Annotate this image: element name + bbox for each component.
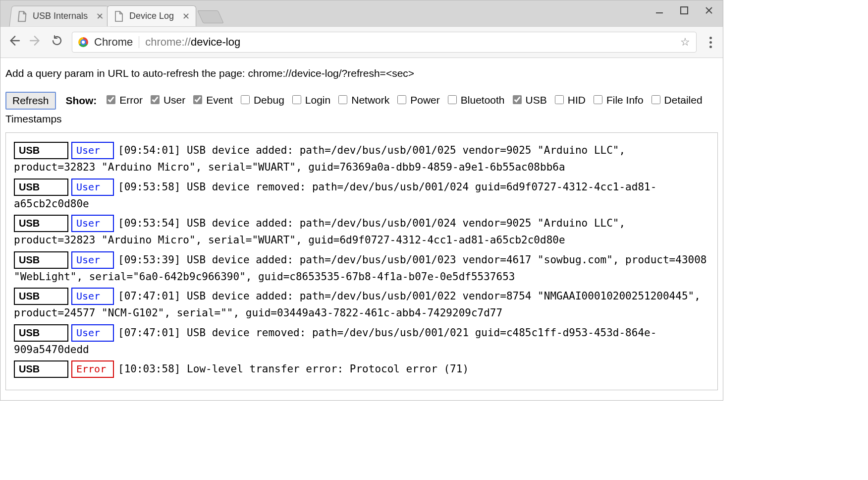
tab-strip: USB Internals✕Device Log✕ [0,0,723,26]
filter-network[interactable]: Network [336,92,389,109]
forward-button[interactable] [29,34,42,51]
log-message: [09:53:39] USB device added: path=/dev/b… [14,254,706,283]
filter-power[interactable]: Power [395,92,440,109]
log-entry: USBUser[07:47:01] USB device removed: pa… [14,324,709,358]
filter-checkbox[interactable] [338,95,347,104]
filter-label: USB [526,92,547,109]
log-type-tag: USB [14,360,68,378]
log-container: USBUser[09:54:01] USB device added: path… [5,132,718,390]
back-button[interactable] [7,34,20,51]
log-timestamp: [09:53:54] [118,217,180,229]
log-entry: USBUser[09:54:01] USB device added: path… [14,142,709,176]
show-label: Show: [65,95,97,106]
log-level-tag: User [71,215,114,232]
filter-checkbox[interactable] [292,95,301,104]
browser-window: USB Internals✕Device Log✕ [0,0,723,401]
filter-hid[interactable]: HID [553,92,586,109]
refresh-button[interactable]: Refresh [5,92,56,110]
log-timestamp: [09:53:58] [118,181,180,193]
log-level-tag: User [71,251,114,269]
log-entry: USBUser[09:53:54] USB device added: path… [14,215,709,248]
log-level-tag: User [71,142,114,159]
omnibox-scheme-label: Chrome [94,36,133,49]
window-close-button[interactable] [699,2,719,18]
filter-label: File Info [606,92,644,109]
log-timestamp: [07:47:01] [118,327,180,339]
filter-checkbox[interactable] [151,95,160,104]
filter-checkbox[interactable] [555,95,564,104]
tab-close-button[interactable]: ✕ [182,11,190,22]
page-icon [114,11,123,22]
filter-label: Debug [254,92,284,109]
filter-checkbox[interactable] [448,95,457,104]
svg-rect-1 [681,7,688,14]
window-controls [650,2,719,18]
filter-label: Network [351,92,389,109]
log-timestamp: [09:54:01] [118,144,180,156]
omnibox-url-path: device-log [191,36,240,48]
filter-checkbox[interactable] [651,95,660,104]
filter-detailed[interactable]: Detailed [650,92,703,109]
window-maximize-button[interactable] [674,2,694,18]
filter-file-info[interactable]: File Info [592,92,644,109]
log-text-body: USB device added: path=/dev/bus/usb/001/… [14,290,701,319]
timestamps-label: Timestamps [5,111,718,127]
filter-checkbox[interactable] [241,95,250,104]
tab-title: USB Internals [32,11,88,21]
log-message: [07:47:01] USB device added: path=/dev/b… [14,290,701,319]
omnibox-url: chrome://device-log [145,36,240,49]
filter-user[interactable]: User [149,92,185,109]
log-text-body: Low-level transfer error: Protocol error… [187,363,469,375]
log-type-tag: USB [14,251,68,269]
omnibox-url-host: chrome:// [145,36,191,48]
log-type-tag: USB [14,179,68,196]
filter-checkbox[interactable] [397,95,406,104]
new-tab-button[interactable] [197,10,224,23]
chrome-menu-button[interactable] [705,37,716,48]
log-level-tag: User [71,179,114,196]
window-minimize-button[interactable] [650,2,669,18]
bookmark-star-icon[interactable]: ☆ [680,36,690,49]
log-type-tag: USB [14,215,68,232]
address-bar[interactable]: Chrome chrome://device-log ☆ [72,32,697,53]
filter-label: Login [305,92,330,109]
filter-checkbox[interactable] [513,95,522,104]
filter-label: Error [119,92,143,109]
log-entry: USBUser[09:53:58] USB device removed: pa… [14,179,709,212]
chrome-chrome: USB Internals✕Device Log✕ [0,0,723,58]
log-type-tag: USB [14,142,68,159]
tab-close-button[interactable]: ✕ [96,11,104,22]
tab-device-log[interactable]: Device Log✕ [107,5,196,26]
log-timestamp: [10:03:58] [118,363,180,375]
filter-checkbox[interactable] [193,95,202,104]
auto-refresh-hint: Add a query param in URL to auto-refresh… [5,65,718,82]
log-entry: USBUser[07:47:01] USB device added: path… [14,288,709,321]
filter-bluetooth[interactable]: Bluetooth [446,92,505,109]
filter-label: Bluetooth [461,92,505,109]
filter-checkbox[interactable] [594,95,602,104]
log-type-tag: USB [14,288,68,305]
page-icon [17,11,27,22]
log-level-tag: Error [71,360,114,378]
toolbar: Chrome chrome://device-log ☆ [0,26,723,58]
filter-event[interactable]: Event [191,92,233,109]
page-content: Add a query param in URL to auto-refresh… [0,58,723,400]
filter-checkbox[interactable] [107,95,115,104]
filter-label: HID [568,92,586,109]
reload-button[interactable] [51,35,63,50]
filter-label: Detailed [664,92,703,109]
log-timestamp: [09:53:39] [118,254,180,266]
log-timestamp: [07:47:01] [118,290,180,302]
chrome-logo-icon [78,37,88,47]
filter-error[interactable]: Error [105,92,143,109]
log-type-tag: USB [14,324,68,342]
log-entry: USBUser[09:53:39] USB device added: path… [14,251,709,285]
filter-login[interactable]: Login [290,92,330,109]
omnibox-divider [139,36,139,48]
tab-usb-internals[interactable]: USB Internals✕ [9,6,111,27]
log-entry: USBError[10:03:58] Low-level transfer er… [14,360,709,378]
filter-debug[interactable]: Debug [239,92,284,109]
filter-usb[interactable]: USB [511,92,547,109]
log-level-tag: User [71,324,114,342]
log-level-tag: User [71,288,114,305]
